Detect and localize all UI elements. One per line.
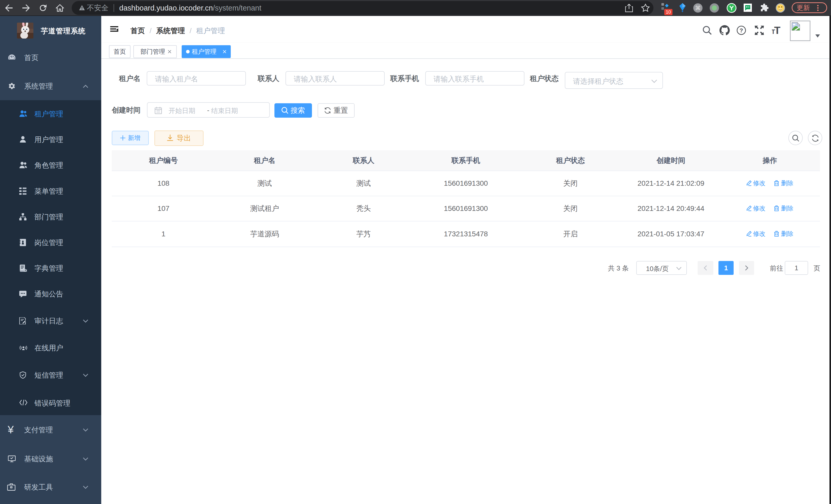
svg-text:T: T <box>772 28 775 35</box>
svg-text:⌘: ⌘ <box>695 5 701 11</box>
svg-text:T: T <box>774 25 780 35</box>
svg-text:?: ? <box>740 27 743 34</box>
